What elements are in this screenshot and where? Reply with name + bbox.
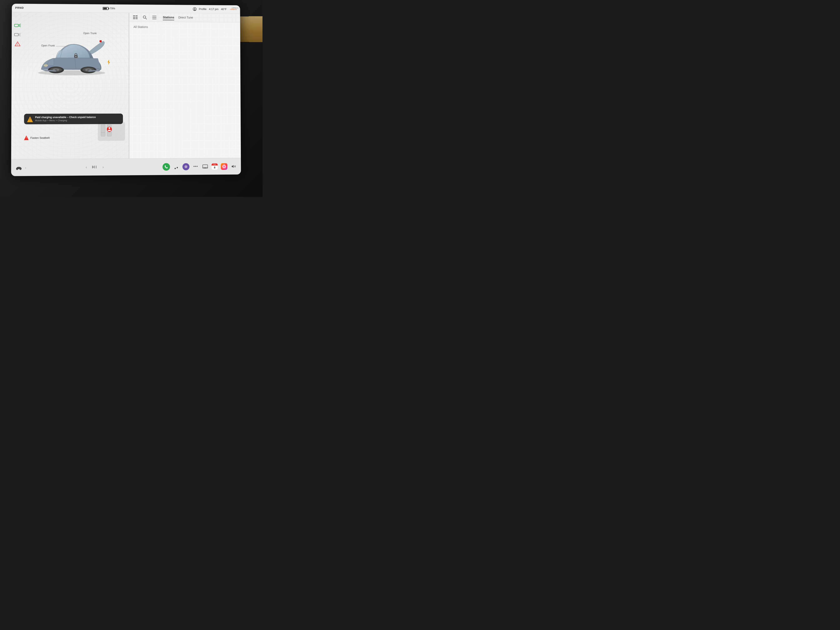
calendar-day: 8: [212, 166, 218, 170]
battery-icon: [103, 7, 109, 10]
radio-tabs: Stations Direct Tune: [163, 15, 193, 21]
all-stations-header: All Stations: [129, 22, 240, 31]
lightning-icon: [107, 59, 111, 66]
touchscreen-display: PRND 79% Profile 4:17 pm 40°F AIRBAG: [11, 4, 241, 176]
time-display: 4:17 pm: [209, 8, 218, 11]
status-center: 79%: [24, 6, 193, 10]
svg-rect-25: [101, 125, 105, 133]
charging-notification-banner[interactable]: Paid charging unavailable – Check unpaid…: [24, 114, 123, 125]
svg-rect-40: [152, 17, 156, 17]
battery-info: 79%: [103, 7, 115, 10]
sentry-camera-button[interactable]: [183, 163, 189, 170]
headlights-off-icon[interactable]: [14, 32, 22, 38]
airbag-brand-logo: AIRBAG: [232, 7, 238, 9]
open-trunk-label[interactable]: Open Trunk: [83, 31, 97, 35]
car-visualization: Open Frunk Open Trunk: [24, 25, 125, 113]
status-bar: PRND 79% Profile 4:17 pm 40°F AIRBAG: [12, 4, 240, 14]
svg-line-6: [19, 33, 21, 34]
status-left: PRND: [15, 6, 24, 9]
profile-icon[interactable]: [193, 7, 196, 11]
music-button[interactable]: [173, 163, 180, 170]
all-stations-label: All Stations: [134, 25, 148, 28]
svg-rect-31: [133, 16, 135, 16]
svg-rect-1: [14, 24, 18, 27]
left-panel-car-controls: ! Open Frunk Open Trunk: [11, 12, 129, 159]
svg-rect-26: [101, 133, 105, 136]
battery-fill: [103, 8, 107, 9]
screen-mirror-button[interactable]: [202, 163, 208, 170]
notification-title: Paid charging unavailable – Check unpaid…: [35, 115, 120, 119]
seatbelt-label: Fasten Seatbelt: [30, 136, 50, 139]
mute-button[interactable]: [230, 163, 237, 170]
phone-button[interactable]: [163, 163, 170, 171]
svg-rect-33: [133, 17, 135, 17]
radio-toolbar: Stations Direct Tune: [129, 13, 240, 22]
chevron-left-taskbar[interactable]: ‹: [25, 166, 26, 169]
dots-icon: •••: [193, 164, 198, 169]
list-icon[interactable]: [152, 14, 157, 20]
status-right: Profile 4:17 pm 40°F AIRBAG: [193, 7, 237, 11]
lock-icon[interactable]: [74, 53, 78, 59]
notification-content: Paid charging unavailable – Check unpaid…: [35, 115, 120, 122]
svg-rect-28: [107, 133, 112, 136]
svg-point-30: [109, 127, 110, 129]
search-icon[interactable]: [142, 14, 147, 20]
svg-line-38: [145, 18, 147, 19]
tab-stations[interactable]: Stations: [163, 15, 174, 20]
seatbelt-warning-icon: [24, 136, 28, 140]
temperature-hi-label: HI: [92, 165, 98, 169]
hi-chevron-left[interactable]: ‹: [85, 165, 87, 169]
svg-point-24: [44, 64, 48, 67]
svg-text:!: !: [17, 43, 18, 46]
svg-point-0: [194, 8, 195, 9]
profile-label[interactable]: Profile: [199, 8, 207, 11]
svg-line-8: [19, 35, 21, 36]
seat-heater-widget[interactable]: [98, 122, 125, 141]
photos-app-icon[interactable]: 🌸: [221, 163, 227, 170]
hi-chevron-right[interactable]: ›: [103, 165, 104, 169]
svg-point-47: [186, 166, 186, 167]
prnd-indicator: PRND: [15, 6, 24, 9]
svg-line-4: [19, 26, 21, 27]
seatbelt-warning: Fasten Seatbelt: [24, 136, 50, 140]
taskbar-right: ••• CAL 8 🌸: [163, 163, 237, 171]
svg-line-2: [19, 24, 21, 25]
svg-rect-14: [99, 40, 102, 42]
svg-rect-34: [136, 17, 138, 17]
svg-rect-39: [152, 16, 156, 16]
taskbar-center: ‹ HI ›: [30, 164, 158, 170]
svg-rect-41: [152, 19, 156, 19]
svg-point-37: [143, 16, 145, 18]
right-panel-radio: Stations Direct Tune All Stations: [129, 13, 241, 158]
calendar-app-icon[interactable]: CAL 8: [211, 163, 218, 170]
temperature-display: 40°F: [221, 8, 227, 11]
notification-subtitle: Mobile App > Menu > Charging: [35, 119, 120, 122]
svg-point-12: [76, 56, 76, 57]
taskbar-left: ‹: [16, 164, 26, 171]
car-home-button[interactable]: [16, 164, 22, 171]
hazard-icon[interactable]: !: [14, 41, 22, 47]
more-button[interactable]: •••: [192, 163, 199, 170]
car-svg: [35, 31, 106, 90]
browse-icon[interactable]: [133, 14, 138, 20]
svg-rect-32: [136, 16, 138, 16]
headlights-on-icon[interactable]: [14, 22, 22, 28]
svg-rect-48: [203, 164, 208, 168]
battery-pct-label: 79%: [110, 7, 115, 10]
tab-direct-tune[interactable]: Direct Tune: [178, 15, 193, 20]
calendar-header: CAL: [212, 163, 218, 166]
stations-list: [129, 30, 240, 35]
open-frunk-label[interactable]: Open Frunk: [41, 44, 68, 47]
side-icons-panel: !: [14, 22, 22, 47]
svg-rect-35: [133, 18, 135, 19]
seat-diagram-svg: [100, 123, 123, 140]
warning-icon: [27, 116, 33, 122]
taskbar: ‹ ‹ HI ›: [11, 158, 241, 176]
svg-rect-5: [14, 33, 18, 36]
flowers-emoji: 🌸: [222, 164, 226, 169]
svg-rect-36: [136, 18, 138, 19]
